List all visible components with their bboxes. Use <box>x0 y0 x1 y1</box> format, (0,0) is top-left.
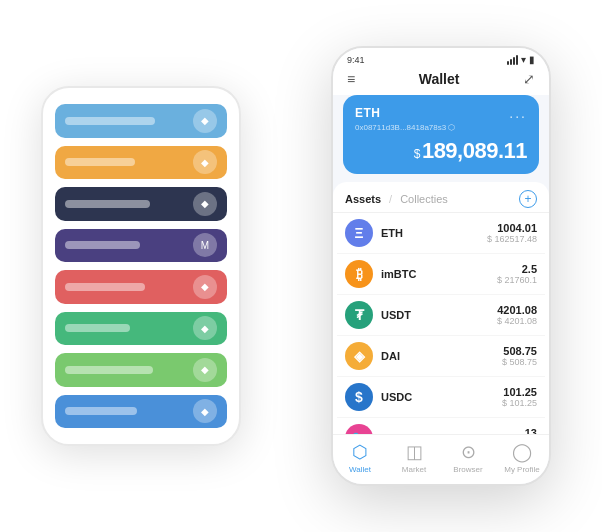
card-icon: ◆ <box>193 399 217 423</box>
asset-row-usdt[interactable]: ₮USDT4201.08$ 4201.08 <box>337 295 545 336</box>
asset-balance-imbtc: 2.5 <box>497 263 537 275</box>
card-item-card-blue[interactable]: ◆ <box>55 395 227 429</box>
card-text-bar <box>65 366 153 374</box>
card-item-card-dark[interactable]: ◆ <box>55 187 227 221</box>
card-text-bar <box>65 324 130 332</box>
card-item-card-green[interactable]: ◆ <box>55 312 227 346</box>
nav-item-my-profile[interactable]: ◯My Profile <box>495 441 549 474</box>
asset-amounts-dai: 508.75$ 508.75 <box>502 345 537 367</box>
asset-usd-eth: $ 162517.48 <box>487 234 537 244</box>
asset-amounts-tft: 130 <box>525 427 537 434</box>
card-item-card-orange[interactable]: ◆ <box>55 146 227 180</box>
eth-balance: $189,089.11 <box>355 138 527 164</box>
asset-name-usdc: USDC <box>381 391 502 403</box>
nav-item-browser[interactable]: ⊙Browser <box>441 441 495 474</box>
card-text-bar <box>65 407 137 415</box>
expand-icon[interactable]: ⤢ <box>523 71 535 87</box>
card-icon: ◆ <box>193 275 217 299</box>
signal-icon <box>507 55 518 65</box>
card-icon: ◆ <box>193 109 217 133</box>
asset-icon-usdc: $ <box>345 383 373 411</box>
asset-amounts-usdt: 4201.08$ 4201.08 <box>497 304 537 326</box>
asset-icon-imbtc: ₿ <box>345 260 373 288</box>
asset-icon-dai: ◈ <box>345 342 373 370</box>
asset-icon-usdt: ₮ <box>345 301 373 329</box>
card-icon: ◆ <box>193 150 217 174</box>
asset-row-imbtc[interactable]: ₿imBTC2.5$ 21760.1 <box>337 254 545 295</box>
asset-icon-tft: 🐦 <box>345 424 373 434</box>
nav-label-my-profile: My Profile <box>504 465 540 474</box>
card-icon: ◆ <box>193 192 217 216</box>
eth-card[interactable]: ETH ... 0x08711d3B...8418a78s3 ⬡ $189,08… <box>343 95 539 174</box>
phone-header: ≡ Wallet ⤢ <box>333 67 549 95</box>
asset-amounts-eth: 1004.01$ 162517.48 <box>487 222 537 244</box>
nav-label-market: Market <box>402 465 426 474</box>
asset-balance-usdt: 4201.08 <box>497 304 537 316</box>
asset-row-tft[interactable]: 🐦TFT130 <box>337 418 545 434</box>
card-item-card-light-green[interactable]: ◆ <box>55 353 227 387</box>
asset-amounts-imbtc: 2.5$ 21760.1 <box>497 263 537 285</box>
wifi-icon: ▾ <box>521 54 526 65</box>
tab-collecties[interactable]: Collecties <box>400 193 448 205</box>
nav-item-market[interactable]: ◫Market <box>387 441 441 474</box>
asset-row-dai[interactable]: ◈DAI508.75$ 508.75 <box>337 336 545 377</box>
status-time: 9:41 <box>347 55 365 65</box>
card-text-bar <box>65 241 140 249</box>
tab-assets[interactable]: Assets <box>345 193 381 205</box>
card-item-card-blue-light[interactable]: ◆ <box>55 104 227 138</box>
nav-icon-wallet: ⬡ <box>352 441 368 463</box>
bottom-nav: ⬡Wallet◫Market⊙Browser◯My Profile <box>333 434 549 484</box>
nav-icon-market: ◫ <box>406 441 423 463</box>
asset-name-usdt: USDT <box>381 309 497 321</box>
back-phone: ◆◆◆M◆◆◆◆ <box>41 86 241 446</box>
nav-label-wallet: Wallet <box>349 465 371 474</box>
eth-address: 0x08711d3B...8418a78s3 ⬡ <box>355 123 527 132</box>
asset-name-imbtc: imBTC <box>381 268 497 280</box>
eth-card-top: ETH ... <box>355 105 527 121</box>
asset-usd-dai: $ 508.75 <box>502 357 537 367</box>
card-item-card-purple[interactable]: M <box>55 229 227 263</box>
card-icon: M <box>193 233 217 257</box>
asset-row-eth[interactable]: ΞETH1004.01$ 162517.48 <box>337 213 545 254</box>
status-bar: 9:41 ▾ ▮ <box>333 48 549 67</box>
front-phone: 9:41 ▾ ▮ ≡ Wallet ⤢ ETH ... 0x08711d3B..… <box>331 46 551 486</box>
card-text-bar <box>65 283 145 291</box>
nav-icon-browser: ⊙ <box>461 441 476 463</box>
asset-usd-usdc: $ 101.25 <box>502 398 537 408</box>
battery-icon: ▮ <box>529 54 535 65</box>
asset-balance-usdc: 101.25 <box>502 386 537 398</box>
assets-tabs: Assets / Collecties <box>345 193 448 205</box>
card-icon: ◆ <box>193 316 217 340</box>
asset-list: ΞETH1004.01$ 162517.48₿imBTC2.5$ 21760.1… <box>333 213 549 434</box>
eth-symbol: ETH <box>355 106 381 120</box>
tab-slash: / <box>389 193 392 205</box>
card-text-bar <box>65 200 150 208</box>
nav-item-wallet[interactable]: ⬡Wallet <box>333 441 387 474</box>
scene: ◆◆◆M◆◆◆◆ 9:41 ▾ ▮ ≡ Wallet ⤢ ETH ... <box>21 16 581 516</box>
asset-name-eth: ETH <box>381 227 487 239</box>
asset-balance-dai: 508.75 <box>502 345 537 357</box>
nav-icon-my-profile: ◯ <box>512 441 532 463</box>
add-asset-button[interactable]: + <box>519 190 537 208</box>
asset-amounts-usdc: 101.25$ 101.25 <box>502 386 537 408</box>
card-icon: ◆ <box>193 358 217 382</box>
header-title: Wallet <box>419 71 460 87</box>
asset-icon-eth: Ξ <box>345 219 373 247</box>
asset-balance-eth: 1004.01 <box>487 222 537 234</box>
eth-menu-dots[interactable]: ... <box>509 105 527 121</box>
asset-balance-tft: 13 <box>525 427 537 434</box>
status-icons: ▾ ▮ <box>507 54 535 65</box>
nav-label-browser: Browser <box>453 465 482 474</box>
asset-row-usdc[interactable]: $USDC101.25$ 101.25 <box>337 377 545 418</box>
asset-name-dai: DAI <box>381 350 502 362</box>
asset-usd-imbtc: $ 21760.1 <box>497 275 537 285</box>
card-text-bar <box>65 117 155 125</box>
menu-icon[interactable]: ≡ <box>347 71 355 87</box>
card-item-card-red[interactable]: ◆ <box>55 270 227 304</box>
card-text-bar <box>65 158 135 166</box>
assets-header: Assets / Collecties + <box>333 182 549 213</box>
asset-usd-usdt: $ 4201.08 <box>497 316 537 326</box>
assets-section: Assets / Collecties + ΞETH1004.01$ 16251… <box>333 182 549 434</box>
